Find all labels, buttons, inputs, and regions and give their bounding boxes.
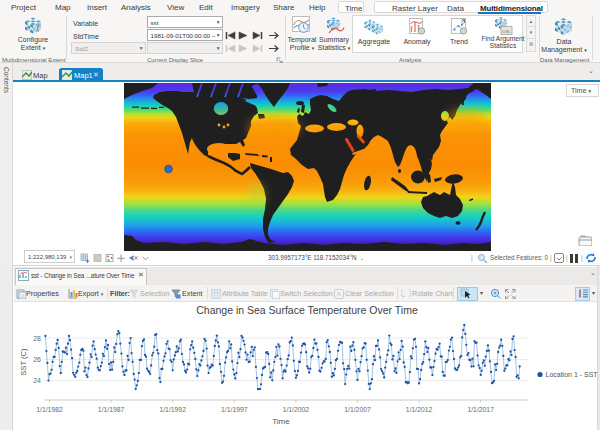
svg-text:1/1/2002: 1/1/2002 bbox=[283, 406, 310, 413]
svg-text:Change in Sea Surface Temperat: Change in Sea Surface Temperature Over T… bbox=[196, 304, 418, 316]
svg-text:DBL: DBL bbox=[502, 29, 511, 34]
svg-text:1/1/1997: 1/1/1997 bbox=[221, 406, 248, 413]
svg-text:Location 1 - SST: Location 1 - SST bbox=[546, 371, 599, 378]
svg-text:Time: Time bbox=[272, 417, 290, 426]
svg-text:1/1/1992: 1/1/1992 bbox=[159, 406, 186, 413]
svg-text:24: 24 bbox=[33, 377, 41, 384]
svg-text:1/1/2012: 1/1/2012 bbox=[406, 406, 433, 413]
svg-text:1/1/1987: 1/1/1987 bbox=[98, 406, 125, 413]
svg-text:SST (C): SST (C) bbox=[19, 348, 28, 375]
svg-text:1/1/2017: 1/1/2017 bbox=[467, 406, 494, 413]
svg-text:1/1/2007: 1/1/2007 bbox=[344, 406, 371, 413]
svg-text:26: 26 bbox=[33, 356, 41, 363]
svg-text:1/1/1982: 1/1/1982 bbox=[36, 406, 63, 413]
svg-text:28: 28 bbox=[33, 335, 41, 342]
